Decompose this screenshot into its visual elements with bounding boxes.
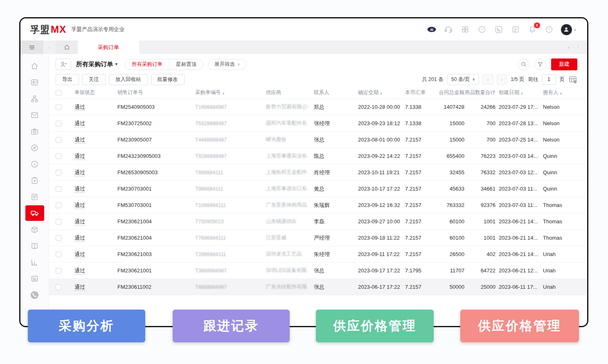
sidebar-item-products[interactable] (20, 221, 49, 238)
sidebar-item-cards[interactable] (20, 270, 49, 287)
headset-support-icon[interactable] (444, 25, 453, 34)
table-row[interactable]: 通过 FM530703001 T1086884111 广东至善休闲用品... 朱… (49, 197, 587, 213)
view-selector[interactable]: 所有采购订单 ▼ (76, 61, 118, 68)
header-delivery-date[interactable]: 确定交期▲▼ (352, 89, 399, 96)
tab-purchase-orders[interactable]: 采购订单 (78, 40, 139, 54)
sales-order-no[interactable]: FM230725002 (111, 120, 189, 126)
notifications-bell-icon[interactable]: 8 (527, 25, 537, 34)
translate-icon[interactable]: T (477, 25, 487, 34)
recycle-bin-button[interactable]: 放入回收站 (109, 74, 148, 85)
sales-order-no[interactable]: FM243230905003 (111, 153, 189, 159)
apps-grid-icon[interactable] (460, 25, 470, 34)
expand-filter-button[interactable]: 展开筛选 ∨ (208, 59, 246, 70)
user-menu[interactable]: ∨ (561, 24, 576, 35)
sort-icon[interactable]: ▲▼ (560, 92, 563, 96)
next-page-button[interactable]: › (497, 74, 507, 85)
table-row[interactable]: 通过 FM2540905003 T1886884987 新势力贸易有限公司 郑总… (49, 99, 587, 115)
sidebar-item-discover[interactable] (20, 139, 49, 156)
table-row[interactable]: 通过 FM230905007 T4488688487 曜光股份 张总 2023-… (49, 132, 587, 148)
batch-edit-button[interactable]: 批量修改 (151, 74, 185, 85)
sales-order-no[interactable]: FM2540905003 (111, 104, 189, 110)
sales-order-no[interactable]: FM230621001 (111, 267, 189, 274)
sales-order-no[interactable]: FM230703001 (111, 186, 189, 192)
row-checkbox[interactable] (56, 186, 61, 192)
row-checkbox[interactable] (56, 284, 61, 290)
table-row[interactable]: 通过 FM243230905003 T9288688487 上海百事通实业有..… (49, 148, 587, 164)
header-po-no[interactable]: 采购单编号▲▼ (189, 89, 259, 96)
table-row[interactable]: 通过 FM230621004 T7686884111 江苏亚威 严经理 2023… (49, 230, 587, 246)
phone-icon[interactable] (494, 25, 504, 34)
per-page-select[interactable]: 50 条/页 ∨ (447, 74, 479, 85)
feature-button[interactable]: 供应价格管理 (460, 310, 579, 342)
sort-icon[interactable]: ▲▼ (222, 92, 225, 96)
header-owner[interactable]: 拥有人▲▼ (539, 89, 587, 96)
ai-assistant-icon[interactable]: AI (427, 25, 437, 34)
prev-page-button[interactable]: ‹ (483, 74, 493, 85)
sales-order-no[interactable]: FM530703001 (111, 202, 189, 208)
table-row[interactable]: 通过 FM230703001 T986884111 上海百事进出口有... 黄总… (49, 181, 587, 197)
filter-funnel-button[interactable] (534, 58, 546, 70)
table-row[interactable]: 通过 FM230621003 T2886884111 深圳麦克工艺品 朱经理 2… (49, 246, 587, 263)
row-checkbox[interactable] (56, 104, 61, 110)
feature-button[interactable]: 供应价格管理 (316, 310, 434, 342)
row-checkbox[interactable] (56, 121, 61, 126)
row-checkbox[interactable] (56, 219, 61, 225)
row-checkbox[interactable] (56, 268, 61, 274)
tab-scroll-right-icon[interactable]: › (568, 44, 570, 50)
pill-all-purchase-orders[interactable]: 所有采购订单 (125, 59, 169, 70)
header-status[interactable]: 单据状态 (67, 89, 111, 96)
goto-page-input[interactable] (542, 74, 556, 85)
header-contract-amount[interactable]: 合同总金额 (431, 89, 464, 96)
sales-order-no[interactable]: FM230621004 (111, 218, 189, 225)
row-checkbox[interactable] (56, 153, 61, 159)
sidebar-item-clipboard[interactable] (20, 172, 49, 189)
search-button[interactable] (518, 58, 529, 70)
row-checkbox[interactable] (56, 252, 61, 257)
header-supplier[interactable]: 供应商 (259, 89, 308, 96)
owner-filter-button[interactable] (56, 58, 71, 70)
menu-toggle-button[interactable] (20, 40, 43, 54)
row-checkbox[interactable] (56, 137, 61, 143)
table-row[interactable]: 通过 FM230621004 T730905023 山东镇源供应 李磊 2023… (49, 213, 587, 230)
table-row[interactable]: 通过 FM230621001 T3868884987 深圳LED设备有限... … (49, 263, 587, 279)
export-button[interactable]: 导出 (56, 74, 79, 85)
sort-icon[interactable]: ▲▼ (380, 92, 383, 96)
sidebar-item-mail[interactable] (20, 107, 49, 123)
follow-button[interactable]: 关注 (82, 74, 106, 85)
tab-home[interactable] (56, 40, 78, 54)
tasks-icon[interactable] (511, 25, 520, 34)
sidebar-item-documents[interactable] (20, 189, 49, 205)
table-row[interactable]: 通过 FM26530905003 T886884111 上海拓邦五金配件... … (49, 164, 587, 181)
header-sales-order-no[interactable]: 销售订单号 (111, 89, 189, 96)
sales-order-no[interactable]: FM230621003 (111, 251, 189, 257)
column-settings-icon[interactable] (568, 75, 577, 83)
sidebar-item-contacts[interactable] (20, 74, 49, 90)
select-all-checkbox[interactable] (56, 90, 61, 96)
feature-button[interactable]: 跟进记录 (173, 310, 290, 342)
row-checkbox[interactable] (56, 170, 61, 175)
sidebar-item-purchase-orders[interactable] (20, 205, 49, 221)
pill-star-pinned[interactable]: 星标置顶 (169, 59, 203, 70)
header-created-date[interactable]: 创建日期▲▼ (495, 89, 539, 96)
header-contact[interactable]: 联系人 (308, 89, 352, 96)
sidebar-item-reports[interactable] (20, 254, 49, 270)
sidebar-item-home[interactable] (20, 58, 49, 74)
tab-more-icon[interactable]: ⋮ (575, 44, 581, 50)
sales-order-no[interactable]: FM26530905003 (111, 169, 189, 175)
table-row[interactable]: 通过 FM230611002 T8868884987 广东光伏配件有限... 张… (49, 279, 587, 295)
header-exchange-rate[interactable]: 本币汇率 (399, 89, 431, 96)
sidebar-item-whatsapp[interactable] (20, 287, 49, 303)
new-button[interactable]: 新建 (551, 58, 577, 70)
sales-order-no[interactable]: FM230611002 (111, 284, 189, 290)
sidebar-item-knowledge[interactable] (20, 238, 49, 254)
feature-button[interactable]: 采购分析 (28, 310, 145, 342)
sidebar-item-media[interactable] (20, 123, 49, 139)
row-checkbox[interactable] (56, 235, 61, 241)
help-icon[interactable]: ? (544, 25, 554, 34)
table-row[interactable]: 通过 FM230725002 T5328688487 国邦汽车零配件有... 张… (49, 115, 587, 132)
row-checkbox[interactable] (56, 202, 61, 208)
sidebar-item-marketing[interactable]: A (20, 156, 49, 172)
tab-scroll-left-icon[interactable]: ‹ (43, 40, 56, 54)
sidebar-item-organization[interactable] (20, 90, 49, 107)
sales-order-no[interactable]: FM230905007 (111, 137, 189, 143)
